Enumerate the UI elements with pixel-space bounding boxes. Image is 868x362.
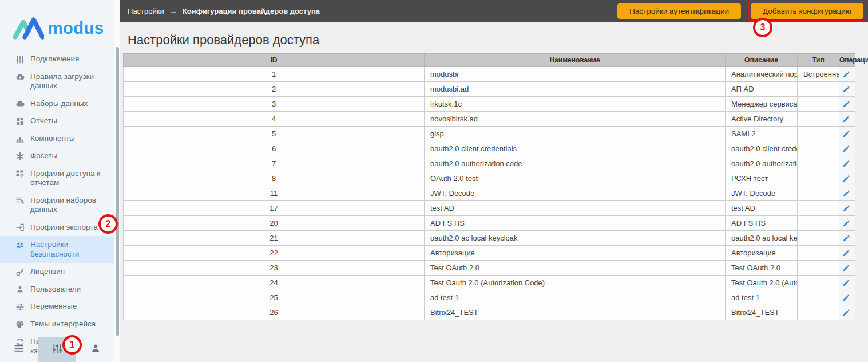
edit-icon[interactable]	[842, 86, 850, 93]
edit-icon[interactable]	[842, 190, 850, 198]
cell-id: 25	[124, 290, 425, 305]
column-header[interactable]: Описание	[726, 54, 798, 67]
sidebar-item[interactable]: Правила загрузки данных	[0, 68, 114, 95]
sidebar-item[interactable]: Переменные	[0, 298, 114, 316]
column-header[interactable]: Наименование	[425, 54, 726, 67]
sidebar-item[interactable]: Профили экспорта	[0, 219, 114, 237]
edit-icon[interactable]	[842, 309, 850, 317]
table-row: 21 oauth2.0 ac local keycloak oauth2.0 a…	[124, 231, 855, 246]
sidebar-item[interactable]: Отчеты	[0, 112, 114, 130]
cell-name: Bitrix24_TEST	[425, 305, 726, 320]
cell-id: 24	[124, 276, 425, 290]
sidebar-item-label: Наборы данных	[30, 99, 88, 109]
cell-name: Авторизация	[425, 246, 726, 261]
cell-id: 5	[124, 127, 425, 141]
cell-description: Менеджер сервиса "1C:Fresh"	[726, 97, 798, 112]
edit-icon[interactable]	[842, 265, 850, 272]
column-header[interactable]: Тип	[798, 54, 839, 67]
sidebar-scrollbar-thumb[interactable]	[116, 47, 119, 336]
cell-description: АП AD	[726, 82, 798, 97]
auth-settings-button[interactable]: Настройки аутентификации	[617, 3, 741, 19]
cell-name: oauth2.0 authorization code	[425, 156, 726, 171]
sidebar-item[interactable]: Темы интерфейса	[0, 316, 114, 333]
sidebar-item[interactable]: Профили доступа к отчетам	[0, 165, 114, 192]
sidebar-item-label: Лицензия	[30, 267, 65, 277]
modus-logo: modus	[0, 0, 114, 44]
menu-icon	[13, 343, 25, 356]
sidebar-item[interactable]: Наборы данных	[0, 95, 114, 113]
sidebar-item-label: Переменные	[30, 302, 77, 312]
edit-icon[interactable]	[842, 175, 850, 183]
table-row: 2 modusbi.ad АП AD	[124, 82, 855, 97]
sidebar-item[interactable]: Подключения	[0, 50, 114, 68]
main-content: Настройки → Конфигурации провайдеров дос…	[120, 0, 868, 362]
sidebar-bottom-tab[interactable]	[0, 337, 38, 362]
table-row: 8 OAuth 2.0 test РСХН тест	[124, 171, 855, 186]
sidebar-item[interactable]: Фасеты	[0, 147, 114, 165]
asterisk-icon	[15, 152, 25, 161]
cell-name: novosibirsk.ad	[425, 112, 726, 127]
cell-name: test AD	[425, 201, 726, 216]
sidebar-item[interactable]: Лицензия	[0, 263, 114, 281]
edit-icon[interactable]	[842, 235, 850, 242]
cell-description: РСХН тест	[726, 171, 798, 186]
column-header[interactable]: ID	[124, 54, 425, 67]
edit-icon[interactable]	[842, 160, 850, 168]
add-configuration-button[interactable]: Добавить конфигурацию	[751, 3, 863, 19]
edit-icon[interactable]	[842, 205, 850, 213]
sliders-vertical-icon	[51, 343, 63, 356]
cell-id: 3	[124, 97, 425, 112]
edit-icon[interactable]	[842, 116, 850, 123]
sidebar-item-label: Профили экспорта	[30, 223, 98, 233]
cell-description: oauth2.0 authorization code	[726, 156, 798, 171]
cell-operations	[839, 97, 855, 112]
breadcrumb-root[interactable]: Настройки	[128, 7, 164, 15]
edit-icon[interactable]	[842, 101, 850, 108]
cell-name: gisp	[425, 127, 726, 141]
user-icon	[90, 343, 101, 356]
cell-type	[798, 216, 839, 231]
sidebar-item-label: Отчеты	[30, 116, 57, 126]
cell-description: SAML2	[726, 127, 798, 141]
edit-icon[interactable]	[842, 294, 850, 302]
sidebar-bottom-tab[interactable]	[76, 337, 114, 362]
cell-type	[798, 305, 839, 320]
providers-table: IDНаименованиеОписаниеТипОперации 1 modu…	[123, 53, 855, 320]
sidebar-item[interactable]: Пользователи	[0, 281, 114, 298]
cell-description: Test Oauth 2.0 (Autorization Code)	[726, 276, 798, 290]
sidebar-item[interactable]: Настройки безопасности	[0, 236, 114, 263]
table-row: 24 Test Oauth 2.0 (Autorization Code) Te…	[124, 276, 855, 290]
edit-icon[interactable]	[842, 250, 850, 257]
cell-name: JWT: Decode	[425, 186, 726, 201]
cell-description: oauth2.0 client credentials	[726, 141, 798, 156]
cell-description: JWT: Decode	[726, 186, 798, 201]
cell-type	[798, 186, 839, 201]
sidebar-item-label: Настройки безопасности	[30, 240, 112, 259]
sidebar: modus Подключения Правила загрузки данны…	[0, 0, 114, 362]
cell-operations	[839, 186, 855, 201]
cell-operations	[839, 261, 855, 276]
cell-operations	[839, 246, 855, 261]
sidebar-item[interactable]: Компоненты	[0, 130, 114, 148]
edit-icon[interactable]	[842, 280, 850, 287]
column-header[interactable]: Операции	[839, 54, 855, 67]
sidebar-item[interactable]: Профили наборов данных	[0, 192, 114, 219]
cloud-icon	[15, 99, 25, 108]
edit-icon[interactable]	[842, 71, 850, 78]
cell-description: ad test 1	[726, 290, 798, 305]
cell-operations	[839, 156, 855, 171]
cell-operations	[839, 82, 855, 97]
cell-description: Аналитический портал	[726, 67, 798, 82]
edit-icon[interactable]	[842, 131, 850, 138]
cell-name: oauth2.0 ac local keycloak	[425, 231, 726, 246]
edit-icon[interactable]	[842, 220, 850, 227]
sidebar-scrollbar[interactable]	[114, 0, 120, 362]
export-icon	[15, 223, 25, 232]
cell-name: Test OAuth 2.0	[425, 261, 726, 276]
edit-icon[interactable]	[842, 145, 850, 153]
user-icon	[15, 285, 25, 294]
cell-type	[798, 201, 839, 216]
table-row: 17 test AD test AD	[124, 201, 855, 216]
sidebar-item-label: Темы интерфейса	[30, 320, 96, 329]
table-row: 22 Авторизация Авторизация	[124, 246, 855, 261]
